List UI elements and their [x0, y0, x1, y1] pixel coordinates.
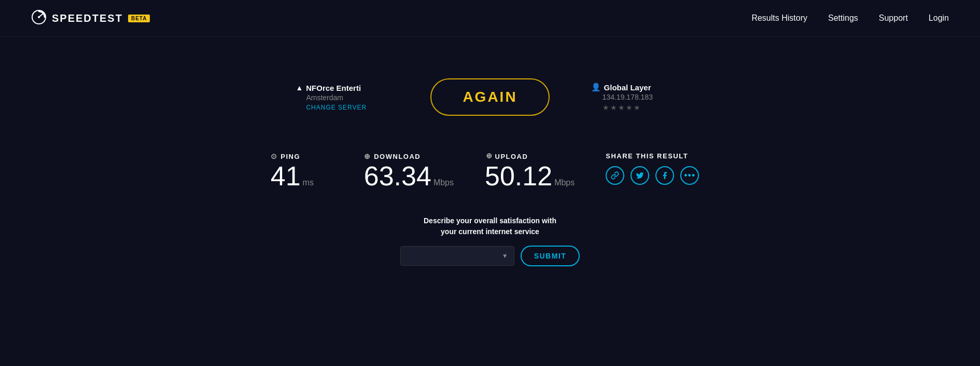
nav-login[interactable]: Login	[929, 13, 949, 23]
upload-value: 50.12 Mbps	[485, 162, 575, 189]
upload-unit: Mbps	[554, 179, 575, 187]
share-facebook-button[interactable]	[655, 166, 674, 185]
satisfaction-section: Describe your overall satisfaction with …	[400, 215, 580, 266]
stat-download: ⊕ DOWNLOAD 63.34 Mbps	[364, 152, 454, 189]
satisfaction-text: Describe your overall satisfaction with …	[400, 215, 580, 237]
change-server-link[interactable]: CHANGE SERVER	[296, 104, 389, 111]
host-ip: 134.19.178.183	[591, 93, 684, 101]
speedtest-logo-icon	[31, 9, 47, 27]
share-icons: •••	[606, 166, 709, 185]
host-name: 👤 Global Layer	[591, 83, 684, 92]
share-label: SHARE THIS RESULT	[606, 152, 709, 160]
again-button[interactable]: AGAIN	[430, 78, 549, 116]
server-icon: ▲	[296, 84, 303, 92]
logo-area: SPEEDTEST BETA	[31, 9, 150, 27]
download-icon: ⊕	[364, 152, 371, 160]
download-label: ⊕ DOWNLOAD	[364, 152, 454, 160]
stat-ping: ⊙ PING 41 ms	[271, 152, 333, 189]
share-section: SHARE THIS RESULT	[606, 152, 709, 185]
nav-support[interactable]: Support	[879, 13, 908, 23]
download-value: 63.34 Mbps	[364, 162, 454, 189]
share-twitter-button[interactable]	[631, 166, 649, 185]
server-row: ▲ NFOrce Enterti Amsterdam CHANGE SERVER…	[0, 78, 980, 116]
satisfaction-dropdown[interactable]: Very Satisfied Satisfied Neutral Dissati…	[400, 246, 514, 266]
satisfaction-dropdown-wrapper: Very Satisfied Satisfied Neutral Dissati…	[400, 246, 514, 266]
ping-icon: ⊙	[271, 152, 278, 160]
svg-point-2	[38, 16, 40, 18]
share-more-button[interactable]: •••	[680, 166, 699, 185]
server-info: ▲ NFOrce Enterti Amsterdam CHANGE SERVER	[296, 84, 389, 111]
download-unit: Mbps	[433, 179, 454, 187]
upload-icon: ⊕	[485, 152, 492, 160]
main-content: ▲ NFOrce Enterti Amsterdam CHANGE SERVER…	[0, 37, 980, 266]
submit-button[interactable]: SUBMIT	[521, 246, 580, 266]
host-info: 👤 Global Layer 134.19.178.183 ★ ★ ★ ★ ★	[591, 83, 684, 112]
ping-label: ⊙ PING	[271, 152, 333, 160]
stat-upload: ⊕ UPLOAD 50.12 Mbps	[485, 152, 575, 189]
logo-text: SPEEDTEST	[52, 12, 123, 24]
header: SPEEDTEST BETA Results History Settings …	[0, 0, 980, 37]
share-link-button[interactable]	[606, 166, 624, 185]
ping-unit: ms	[303, 179, 314, 187]
server-name: ▲ NFOrce Enterti	[296, 84, 389, 92]
beta-badge: BETA	[128, 15, 150, 22]
upload-label: ⊕ UPLOAD	[485, 152, 575, 160]
host-stars: ★ ★ ★ ★ ★	[591, 103, 684, 112]
nav-links: Results History Settings Support Login	[751, 13, 949, 23]
nav-results-history[interactable]: Results History	[751, 13, 807, 23]
host-icon: 👤	[591, 83, 601, 92]
server-location: Amsterdam	[296, 93, 389, 102]
ping-value: 41 ms	[271, 162, 333, 189]
stats-row: ⊙ PING 41 ms ⊕ DOWNLOAD 63.34 Mbps ⊕ UPL	[271, 152, 710, 189]
nav-settings[interactable]: Settings	[828, 13, 858, 23]
satisfaction-row: Very Satisfied Satisfied Neutral Dissati…	[400, 246, 580, 266]
